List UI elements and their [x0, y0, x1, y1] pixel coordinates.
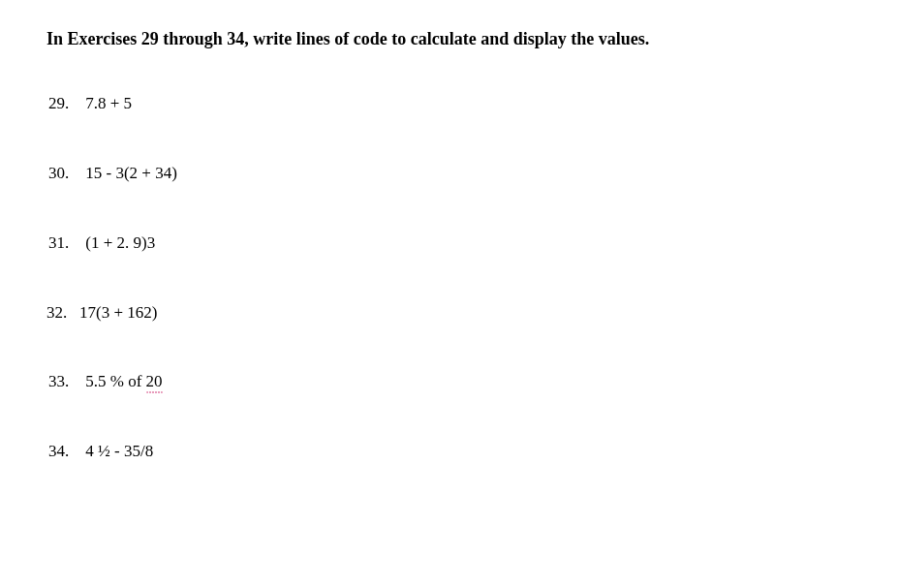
- exercise-text: 4 ½ - 35/8: [85, 442, 153, 460]
- exercise-31: 31. (1 + 2. 9)3: [46, 232, 852, 255]
- exercise-number: 29.: [48, 94, 69, 112]
- exercise-number: 32.: [46, 303, 67, 322]
- exercise-number: 34.: [48, 442, 69, 460]
- exercise-34: 34. 4 ½ - 35/8: [46, 440, 852, 463]
- exercise-29: 29. 7.8 + 5: [46, 92, 852, 115]
- exercise-33: 33. 5.5 % of 20: [46, 370, 852, 393]
- instructions-heading: In Exercises 29 through 34, write lines …: [46, 27, 852, 51]
- exercise-text: 7.8 + 5: [85, 94, 132, 112]
- exercise-30: 30. 15 - 3(2 + 34): [46, 162, 852, 185]
- exercise-number: 31.: [48, 233, 69, 252]
- exercise-text: 15 - 3(2 + 34): [85, 164, 177, 182]
- exercise-number: 30.: [48, 164, 69, 182]
- exercise-text: (1 + 2. 9)3: [85, 233, 155, 252]
- exercise-text: 17(3 + 162): [79, 303, 157, 322]
- exercise-32: 32. 17(3 + 162): [46, 301, 852, 325]
- exercise-text-prefix: 5.5 % of: [85, 372, 145, 390]
- proofing-underline: 20: [146, 372, 163, 390]
- exercise-number: 33.: [48, 372, 69, 390]
